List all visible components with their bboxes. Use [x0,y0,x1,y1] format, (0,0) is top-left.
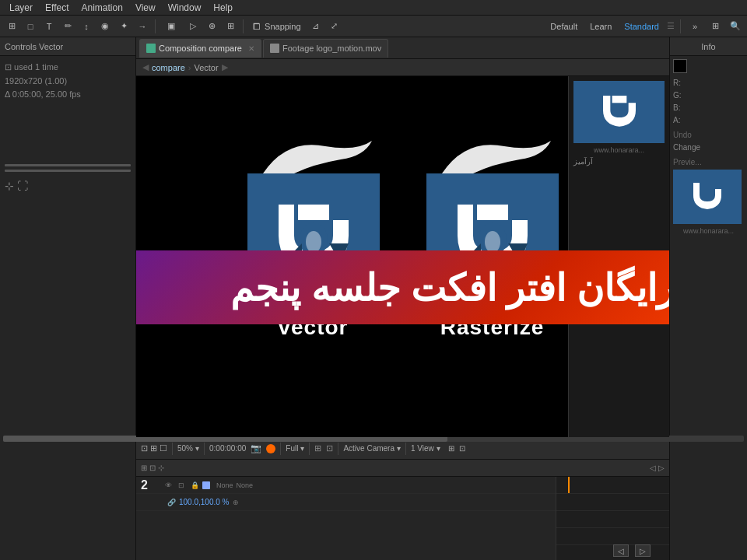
viewer-views-arrow: ▾ [437,444,440,453]
breadcrumb-sep: › [188,63,191,72]
info-tab-label[interactable]: Info [695,42,721,51]
comp-viewer[interactable]: vector [136,76,669,437]
svg-point-3 [485,231,500,253]
layer-color[interactable] [202,481,210,489]
breadcrumb-compare[interactable]: compare [152,63,185,72]
track-2 [556,494,669,511]
viewer-timecode[interactable]: 0:00:00:00 [209,444,246,453]
viewer-zoom-value: 50% [177,444,193,453]
panel-icons: ⊹ ⛶ [5,180,131,192]
viewer-snapshot-icon[interactable]: 📷 [251,443,261,453]
viewer-play-icon[interactable]: ⊡ [141,443,148,453]
tab-composition[interactable]: Composition compare ✕ [139,39,261,58]
viewer-camera-arrow: ▾ [397,444,401,453]
tool-text[interactable]: T [40,18,58,35]
tool-rect[interactable]: □ [22,18,39,35]
viewer-zoom[interactable]: 50% ▾ [177,444,199,453]
layer-controls: 👁 ⊡ 🔒 [163,480,210,491]
info-b: B: [673,101,744,114]
viewer-grid-icon[interactable]: ⊞ [314,443,321,453]
layer-scale-row: 🔗 100.0,100.0 % ⊕ [136,494,556,511]
layer-solo[interactable]: ⊡ [176,480,187,491]
workspace-standard[interactable]: Standard [619,22,664,31]
tool-search[interactable]: ⊞ [707,18,724,35]
tool-star[interactable]: ✦ [115,18,132,35]
viewer-views-value: 1 View [411,444,434,453]
tool-ellipse[interactable]: ◉ [96,18,114,35]
thumb-subtitle: آرآمیز [573,157,665,166]
layer-eye[interactable]: 👁 [163,480,174,491]
right-panel-content: R: G: B: A: Undo Change Previe... www.ho… [670,56,747,560]
viewer-quality[interactable]: Full ▾ [286,444,304,453]
tool-fit[interactable]: ⤢ [326,18,343,35]
main-area: Controls Vector ⊡ used 1 time 1920x720 (… [0,37,747,560]
workspace-default[interactable]: Default [545,22,582,31]
breadcrumb-arrow-right[interactable]: ▶ [222,62,228,72]
layer-scale-value[interactable]: 100.0,100.0 % [179,498,230,506]
menu-help[interactable]: Help [207,0,239,16]
menu-layer[interactable]: Layer [3,0,39,16]
persian-banner: وزش رایگان افتر افکت جلسه پنجم [136,250,669,324]
right-panel: Info R: G: B: A: Undo Change Previe... w… [669,37,747,560]
track-next[interactable]: ▷ [635,544,651,557]
viewer-rec-icon[interactable]: ⊞ [150,443,157,453]
toolbar-divider-right [680,19,681,33]
svg-rect-5 [684,173,731,220]
tool-magnet[interactable]: ⊿ [307,18,324,35]
menu-view[interactable]: View [129,0,162,16]
workspace-learn[interactable]: Learn [585,22,616,31]
track-playhead[interactable] [568,477,570,493]
tool-grid[interactable]: ⊞ [3,18,20,35]
breadcrumb-arrow-left[interactable]: ◀ [142,62,149,72]
track-1 [556,477,669,494]
tool-pen[interactable]: ✏ [59,18,76,35]
info-a: A: [673,114,744,126]
left-panel-content: ⊡ used 1 time 1920x720 (1.00) Δ 0:05:00,… [0,56,135,560]
layer-none-2[interactable]: None [237,481,254,489]
viewer-views[interactable]: 1 View ▾ [411,444,440,453]
tab-comp-close[interactable]: ✕ [248,44,254,53]
tool-arrow[interactable]: → [134,18,151,35]
layer-row-2: 2 👁 ⊡ 🔒 None None [136,477,556,494]
tool-clone[interactable]: ↕ [78,18,95,35]
nodes-icon: ⛶ [17,180,28,192]
comp-icon [146,44,156,53]
viewer-mask-icon[interactable]: ⊡ [326,443,333,453]
tool-overflow[interactable]: » [686,18,703,35]
track-prev[interactable]: ◁ [613,544,629,557]
left-panel-title: Controls Vector [5,42,63,51]
menu-bar: Layer Effect Animation View Window Help [0,0,747,16]
slider-1[interactable] [5,164,131,166]
svg-rect-4 [592,85,647,139]
viewer-camera-icon[interactable]: ☐ [160,443,167,453]
vector-swish [247,135,380,177]
center-panel: Composition compare ✕ Footage logo_motio… [136,37,669,560]
timeline-header: ⊞ ⊡ ⊹ ◁ ▷ [136,460,669,477]
tool-extra-1[interactable]: ▣ [160,18,183,35]
layer-none-1[interactable]: None [216,481,233,489]
tab-footage[interactable]: Footage logo_motion.mov [263,39,388,58]
tool-extra-2[interactable]: ▷ [184,18,202,35]
tool-extra-4[interactable]: ⊞ [222,18,239,35]
viewer-extra-1[interactable]: ⊞ [448,444,454,453]
slider-2[interactable] [5,170,131,172]
viewer-extra-2[interactable]: ⊡ [459,444,465,453]
menu-animation[interactable]: Animation [75,0,129,16]
layer-lock[interactable]: 🔒 [189,480,200,491]
panel-icon-row: ⊹ ⛶ [5,180,131,192]
menu-window[interactable]: Window [162,0,208,16]
tool-extra-3[interactable]: ⊕ [203,18,220,35]
viewer-dot [266,444,275,453]
thumb-content: www.honarara... آرآمیز [569,76,669,170]
thumb-1[interactable] [573,81,665,143]
tool-settings2[interactable]: 🔍 [727,18,744,35]
viewer-camera[interactable]: Active Camera ▾ [343,444,401,453]
menu-effect[interactable]: Effect [39,0,75,16]
tab-comp-label: Composition compare [159,44,242,53]
snapping-toggle[interactable]: ⧠ Snapping [247,22,306,31]
tab-bar: Composition compare ✕ Footage logo_motio… [136,37,669,59]
info-undo-label: Undo [673,131,744,139]
breadcrumb-vector: Vector [194,63,218,72]
timeline-tracks: ◁ ▷ [556,477,669,560]
timeline-right-icons: ◁ ▷ [650,464,665,472]
